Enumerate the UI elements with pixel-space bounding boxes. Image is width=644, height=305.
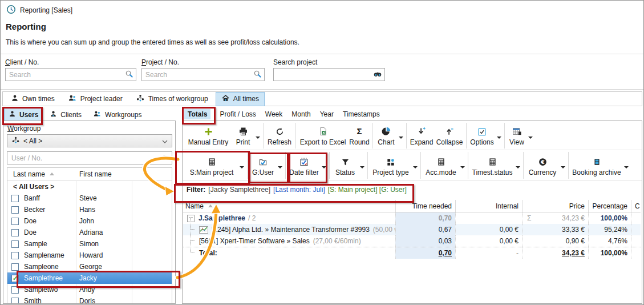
workgroup-select[interactable]: < All > [7,134,172,147]
checkbox[interactable] [11,218,19,225]
print-dropdown-arrow[interactable] [256,137,260,141]
checkbox[interactable] [11,229,19,236]
column-header-price[interactable]: Price [522,200,588,212]
active-filter-line: Filter: [Jacky Samplethree] [Last month:… [187,186,407,194]
client-search-input[interactable] [5,68,136,81]
sort-main-project-button[interactable]: S:Main project [185,151,238,180]
search-project-field[interactable] [276,70,373,79]
user-row[interactable]: SamplenameHoward [7,250,172,261]
checkbox[interactable] [11,286,19,294]
timest-status-button[interactable]: Timest.status [470,151,515,180]
totals-table-header: Name Time needed Internal Price Percenta… [183,200,641,212]
project-type-dropdown-arrow[interactable] [413,166,418,171]
tab-own-times[interactable]: Own times [5,92,60,106]
tab-timestamps[interactable]: Timestamps [343,109,380,119]
filter-user: [Jacky Samplethree] [208,186,270,194]
window-titlebar: Reporting [Sales] [6,5,72,16]
user-filter-field[interactable] [10,154,160,163]
tab-profit-loss[interactable]: Profit / Loss [220,109,256,119]
search-project-input[interactable] [273,68,385,81]
project-type-button[interactable]: Project type [370,151,412,180]
user-row[interactable]: SampleoneGeorge [7,261,172,272]
chart-button[interactable]: Chart [375,122,398,150]
chart-dropdown-arrow[interactable] [399,137,403,141]
toolbar-separator [372,123,373,149]
sort-asc-icon [50,170,54,175]
checkbox[interactable] [11,195,19,202]
user-row[interactable]: DoeAdriana [7,227,172,238]
checkbox[interactable] [11,206,19,214]
collapse-button[interactable]: Collapse [435,122,464,150]
column-header-last-name[interactable]: Last name [7,170,76,178]
column-header-c[interactable]: C [631,200,641,212]
user-row[interactable]: SampletwoAndy [7,284,172,295]
options-button[interactable]: Options [468,122,496,150]
print-button[interactable]: Print [232,122,254,150]
project-row[interactable]: [5661] Xpert-Timer Software » Sales (27,… [183,235,641,247]
group-dropdown-arrow[interactable] [278,166,282,171]
user-row[interactable]: BeckerHans [7,204,172,215]
all-users-row[interactable]: < All Users > [7,181,172,192]
currency-button[interactable]: € Currency [525,151,560,180]
column-header-percentage[interactable]: Percentage [588,200,631,212]
user-row[interactable]: SmithDoris [7,295,172,303]
user-row[interactable]: BanffSteve [7,192,172,204]
toolbar-separator [523,152,524,179]
checkbox-checked[interactable]: ✓ [11,275,19,282]
user-filter-input[interactable] [7,151,172,164]
sort-asc-icon [208,202,213,207]
expand-button[interactable]: Expand [408,122,435,150]
euro-icon: € [538,156,547,166]
tab-users[interactable]: Users [4,108,43,122]
user-row[interactable]: SampleSimon [7,238,172,250]
client-search-field[interactable] [8,70,125,79]
refresh-button[interactable]: Refresh [265,122,294,150]
tab-workgroups[interactable]: Workgroups [88,108,146,122]
checkbox[interactable] [11,298,19,304]
column-header-time-needed[interactable]: Time needed [395,200,455,212]
sort-dropdown-arrow[interactable] [240,166,244,171]
currency-dropdown-arrow[interactable] [561,166,565,171]
group-row[interactable]: J.Samplethree / 2 0,70 Σ34,23 € 100,00% [183,212,641,224]
booking-archive-button[interactable]: Booking archive [570,151,623,180]
tab-totals[interactable]: Totals [184,109,210,119]
tab-project-leader[interactable]: Project leader [62,92,128,106]
view-dropdown-arrow[interactable] [528,137,533,141]
acc-mode-dropdown-arrow[interactable] [460,166,465,171]
tab-year[interactable]: Year [320,109,334,119]
project-row[interactable]: [1245] Alpha Ltd. » Maintenance Transfor… [183,224,641,235]
date-filter-dropdown-arrow[interactable] [322,166,326,171]
tab-month[interactable]: Month [291,109,310,119]
user-row[interactable]: DoeJohn [7,215,172,227]
column-header-first-name[interactable]: First name [76,170,132,178]
column-header-name[interactable]: Name [183,202,395,210]
tab-all-times[interactable]: All times [216,92,265,106]
checkbox[interactable] [11,263,19,271]
export-excel-button[interactable]: Export to Excel [298,122,348,150]
manual-entry-button[interactable]: Manual Entry [185,122,232,150]
tree-guide-line [190,252,195,252]
status-button[interactable]: Status [331,151,359,180]
client-no-label: Client / No. [5,58,39,66]
acc-mode-button[interactable]: Acc.mode [423,151,459,180]
checkbox[interactable] [11,240,19,248]
date-filter-button[interactable]: Date filter [287,151,321,180]
line-chart-icon [199,226,208,234]
group-user-button[interactable]: G:User [249,151,277,180]
collapse-expander-icon[interactable] [187,215,195,222]
status-dropdown-arrow[interactable] [360,166,364,171]
user-row-selected[interactable]: ✓SamplethreeJacky [7,272,172,284]
booking-archive-dropdown-arrow[interactable] [624,166,629,171]
options-dropdown-arrow[interactable] [497,137,501,141]
view-button[interactable]: View [507,122,527,150]
tab-clients[interactable]: Clients [45,108,86,122]
round-button[interactable]: Σ Round [348,122,371,150]
column-header-internal[interactable]: Internal [455,200,522,212]
project-search-field[interactable] [144,70,253,79]
timest-status-dropdown-arrow[interactable] [516,166,520,171]
tab-times-of-workgroup[interactable]: Times of workgroup [130,92,214,106]
toolbar-separator [367,152,368,179]
checkbox[interactable] [11,252,19,259]
project-search-input[interactable] [141,68,265,81]
tab-week[interactable]: Week [265,109,282,119]
